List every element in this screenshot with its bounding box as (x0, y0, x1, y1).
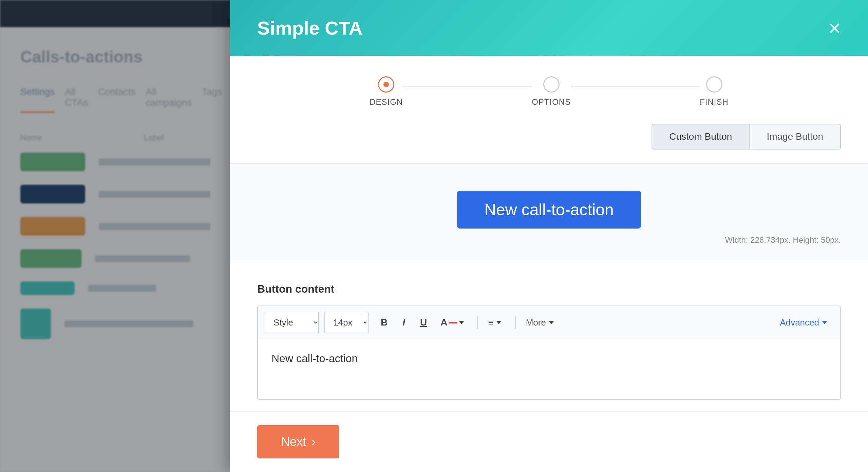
cta-preview-button[interactable]: New call-to-action (457, 191, 641, 229)
editor-section: Button content Style 14px B I U A (230, 262, 868, 411)
modal-header: Simple CTA × (230, 0, 868, 56)
step-finish: FINISH (700, 76, 729, 107)
preview-area: New call-to-action Width: 226.734px. Hei… (230, 164, 868, 262)
text-color-button[interactable]: A (435, 312, 470, 333)
step-finish-circle (706, 76, 722, 93)
modal-footer: Next › (230, 411, 868, 472)
align-button[interactable]: ≡ (482, 313, 507, 333)
color-chevron-icon (459, 321, 464, 324)
step-design-circle (378, 76, 394, 93)
advanced-button[interactable]: Advanced (774, 313, 833, 333)
underline-button[interactable]: U (413, 312, 434, 333)
advanced-label: Advanced (780, 317, 819, 328)
text-color-label: A (440, 317, 447, 328)
step-line-2 (571, 86, 700, 87)
step-design: DESIGN (370, 76, 403, 107)
stepper: DESIGN OPTIONS FINISH (257, 76, 841, 107)
toolbar-divider-2 (515, 316, 516, 329)
italic-button[interactable]: I (396, 312, 412, 333)
editor-content-area[interactable]: New call-to-action (257, 339, 841, 400)
editor-toolbar: Style 14px B I U A (257, 306, 841, 339)
modal-title: Simple CTA (257, 17, 362, 39)
editor-label: Button content (257, 283, 841, 295)
align-icon: ≡ (488, 317, 493, 328)
step-design-label: DESIGN (370, 97, 403, 107)
stepper-section: DESIGN OPTIONS FINISH Custom Button (230, 56, 868, 164)
style-select[interactable]: Style (265, 312, 319, 333)
more-button[interactable]: More (520, 313, 560, 333)
custom-button-type[interactable]: Custom Button (652, 124, 750, 150)
close-button[interactable]: × (828, 17, 841, 39)
editor-text: New call-to-action (271, 352, 358, 365)
button-type-selector: Custom Button Image Button (257, 124, 841, 150)
next-label: Next (281, 435, 306, 449)
step-finish-label: FINISH (700, 97, 729, 107)
modal-body: DESIGN OPTIONS FINISH Custom Button (230, 56, 868, 411)
align-chevron-icon (496, 321, 502, 324)
more-chevron-icon (549, 321, 554, 324)
toolbar-divider-1 (477, 316, 478, 329)
font-size-select[interactable]: 14px (324, 312, 369, 333)
step-options-circle (543, 76, 560, 93)
advanced-chevron-icon (822, 321, 827, 324)
modal-panel: Simple CTA × DESIGN OPTIONS (230, 0, 868, 472)
preview-dimensions: Width: 226.734px. Height: 50px. (725, 235, 841, 245)
more-label: More (526, 317, 546, 328)
step-options: OPTIONS (532, 76, 571, 107)
step-line-1 (403, 86, 532, 87)
color-underline-indicator (449, 322, 457, 323)
next-button[interactable]: Next › (257, 425, 339, 458)
bold-button[interactable]: B (374, 312, 394, 333)
next-arrow-icon: › (312, 435, 316, 449)
image-button-type[interactable]: Image Button (750, 124, 841, 150)
step-options-label: OPTIONS (532, 97, 571, 107)
